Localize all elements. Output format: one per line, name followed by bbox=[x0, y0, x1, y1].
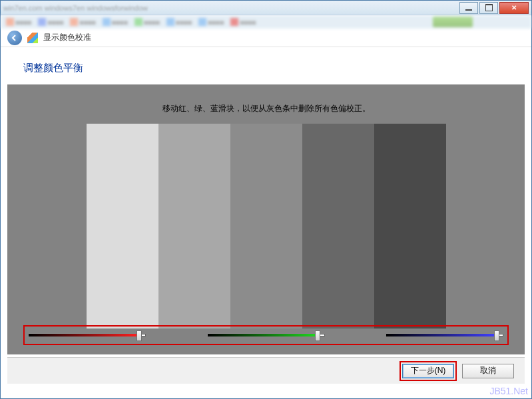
wizard-header: 显示颜色校准 bbox=[1, 29, 531, 47]
window-controls bbox=[459, 2, 529, 14]
red-slider[interactable] bbox=[29, 330, 146, 340]
titlebar: win7en.com windows7en windowsforwindow bbox=[1, 1, 531, 15]
next-button[interactable]: 下一步(N) bbox=[402, 364, 454, 378]
gray-bar-5 bbox=[374, 124, 446, 329]
green-slider-thumb[interactable] bbox=[315, 331, 320, 341]
gray-bar-1 bbox=[87, 124, 158, 329]
sliders-row bbox=[23, 325, 509, 345]
gray-gradient-strip bbox=[87, 124, 446, 329]
maximize-button[interactable] bbox=[479, 2, 498, 14]
next-button-highlight: 下一步(N) bbox=[399, 361, 457, 381]
watermark: JB51.Net bbox=[489, 386, 528, 396]
red-slider-thumb[interactable] bbox=[136, 331, 142, 341]
blue-slider-fill bbox=[386, 334, 496, 336]
wizard-body: 调整颜色平衡 移动红、绿、蓝滑块，以便从灰色条中删除所有色偏校正。 bbox=[1, 47, 531, 385]
browser-toolbar-blurred: ■■■■ ■■■■ ■■■■ ■■■■ ■■■■ ■■■■ ■■■■ ■■■■ bbox=[1, 15, 531, 29]
minimize-button[interactable] bbox=[459, 2, 478, 14]
gray-bar-2 bbox=[158, 124, 230, 329]
green-slider-fill bbox=[208, 334, 318, 336]
wizard-footer: 下一步(N) 取消 bbox=[7, 357, 525, 384]
window-frame: win7en.com windows7en windowsforwindow ■… bbox=[0, 0, 532, 399]
cancel-button[interactable]: 取消 bbox=[462, 364, 514, 378]
blue-slider-thumb[interactable] bbox=[494, 331, 499, 341]
gray-bar-3 bbox=[230, 124, 302, 329]
red-slider-fill bbox=[29, 334, 138, 336]
instruction-text: 移动红、绿、蓝滑块，以便从灰色条中删除所有色偏校正。 bbox=[7, 84, 525, 114]
calibration-icon bbox=[27, 33, 38, 43]
green-slider[interactable] bbox=[208, 330, 325, 340]
blue-slider[interactable] bbox=[386, 330, 503, 340]
window-title: win7en.com windows7en windowsforwindow bbox=[3, 4, 148, 12]
wizard-title: 显示颜色校准 bbox=[43, 32, 91, 43]
calibration-panel: 移动红、绿、蓝滑块，以便从灰色条中删除所有色偏校正。 bbox=[7, 84, 525, 354]
page-heading: 调整颜色平衡 bbox=[1, 47, 531, 74]
close-button[interactable] bbox=[499, 2, 529, 14]
gray-bar-4 bbox=[302, 124, 374, 329]
back-button[interactable] bbox=[7, 31, 22, 45]
